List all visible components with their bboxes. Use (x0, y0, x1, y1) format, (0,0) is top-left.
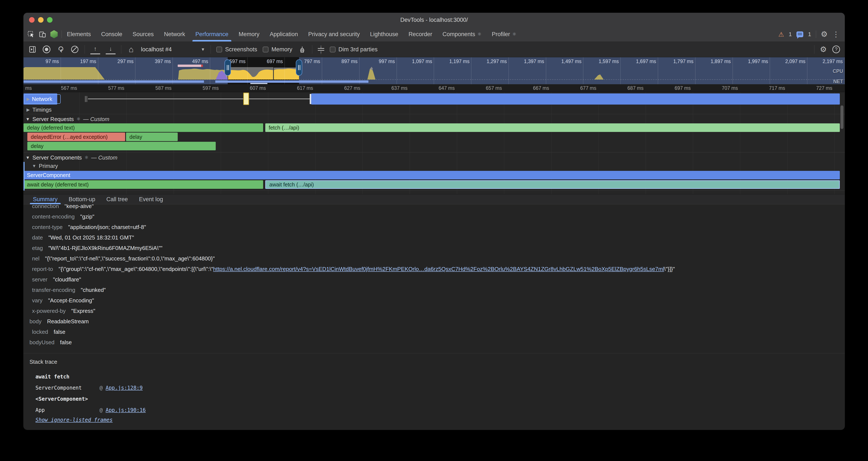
overview-time-label: 1,597 ms (583, 57, 621, 84)
settings-gear-icon[interactable]: ⚙ (821, 30, 828, 38)
record-button[interactable] (42, 45, 51, 54)
tab-profiler[interactable]: Profiler⚛ (487, 27, 522, 41)
console-messages-icon[interactable] (797, 31, 803, 37)
server-components-header[interactable]: ▼ Server Components ⚛ — Custom (24, 154, 845, 162)
perf-entry-label: delayedError (…ayed exception) (31, 134, 107, 140)
detail-row: transfer-encoding"chunked" (24, 285, 845, 295)
perf-entry-bar[interactable]: fetch (…/api) (265, 123, 840, 132)
tab-memory[interactable]: Memory (234, 27, 265, 41)
capture-settings-gear-icon[interactable]: ⚙ (820, 46, 827, 53)
help-icon[interactable]: ? (832, 46, 840, 53)
stack-frame-location-link[interactable]: App.js:190:16 (105, 407, 146, 413)
warning-icon[interactable]: ⚠ (778, 31, 784, 38)
track-bar-row: ServerComponent (24, 171, 845, 179)
tab-label: Lighthouse (370, 31, 398, 38)
record-and-reload-button[interactable]: ⟳ (56, 45, 65, 54)
tab-label: Profiler (492, 31, 510, 38)
chevron-down-icon[interactable]: ▼ (26, 155, 30, 160)
show-ignore-listed-frames-link[interactable]: Show ignore-listed frames (29, 417, 845, 423)
device-toolbar-icon[interactable] (39, 31, 46, 38)
chevron-right-icon[interactable]: ▶ (27, 96, 30, 102)
detail-value-text: "{\"group\":\"cf-nel\",\"max_age\":60480… (59, 266, 213, 272)
tab-recorder[interactable]: Recorder (403, 27, 437, 41)
report-to-url-link[interactable]: https://a.nel.cloudflare.com/report/v4?s… (213, 266, 664, 272)
tab-performance[interactable]: Performance (190, 27, 234, 41)
toggle-sidebar-icon[interactable] (28, 45, 37, 54)
chevron-down-icon: ▼ (201, 47, 205, 52)
network-request-bar[interactable] (311, 93, 840, 105)
primary-group-row[interactable]: ▼ Primary (24, 162, 845, 170)
timings-track-row[interactable]: ▶ Timings (24, 106, 845, 114)
detail-value: "chunked" (75, 287, 106, 293)
detail-row: report-to"{\"group\":\"cf-nel\",\"max_ag… (24, 264, 845, 274)
selection-handle-right[interactable] (296, 59, 302, 76)
tab-sources[interactable]: Sources (127, 27, 159, 41)
network-track-row[interactable]: ▶ Network (24, 93, 845, 106)
save-profile-icon[interactable]: ↓ (106, 45, 116, 54)
details-pane[interactable]: connection"keep-alive"content-encoding"g… (24, 204, 845, 430)
request-marker[interactable] (243, 93, 249, 105)
detail-key: bodyUsed (24, 339, 55, 346)
overview-time-label: 797 ms (285, 57, 322, 84)
perf-entry-bar[interactable]: await fetch (…/api) (265, 180, 840, 189)
perf-entry-bar[interactable]: ServerComponent (24, 171, 840, 179)
timeline-tracks[interactable]: ▶ Network ▶ Timings ▼ Server Requests ⚛ … (24, 92, 845, 194)
more-options-icon[interactable]: ⋮ (832, 30, 840, 38)
tab-network[interactable]: Network (159, 27, 190, 41)
collect-garbage-icon[interactable] (298, 45, 307, 54)
timeline-overview[interactable]: 97 ms197 ms297 ms397 ms497 ms597 ms697 m… (24, 57, 845, 84)
perf-entry-label: delay (deferred text) (27, 125, 75, 131)
tab-bar: ElementsConsoleSourcesNetworkPerformance… (24, 27, 845, 42)
chevron-down-icon[interactable]: ▼ (26, 117, 30, 122)
screenshots-label: Screenshots (225, 46, 257, 53)
server-requests-header[interactable]: ▼ Server Requests ⚛ — Custom (24, 115, 845, 123)
tab-application[interactable]: Application (265, 27, 303, 41)
detail-value: "gzip" (74, 213, 94, 220)
chevron-down-icon[interactable]: ▼ (32, 164, 36, 169)
shortcuts-collapse-icon[interactable]: ↓↑ (318, 45, 324, 54)
overview-time-label: 97 ms (24, 57, 61, 84)
stack-frame-function: await fetch (35, 374, 99, 380)
load-profile-icon[interactable]: ↑ (90, 45, 100, 54)
perf-entry-bar[interactable]: delay (27, 142, 216, 150)
dim-3rd-parties-checkbox[interactable]: Dim 3rd parties (330, 46, 378, 53)
target-select[interactable]: localhost #4 ▼ (141, 46, 205, 53)
memory-checkbox[interactable]: Memory (263, 46, 292, 53)
detail-key: report-to (24, 266, 53, 272)
perf-entry-bar[interactable]: await delay (deferred text) (24, 180, 263, 189)
stack-frame-location-link[interactable]: App.js:128:9 (105, 385, 143, 391)
details-tab-call-tree[interactable]: Call tree (101, 194, 133, 204)
tab-console[interactable]: Console (96, 27, 127, 41)
tracks-scrollbar[interactable] (840, 106, 843, 129)
overview-time-label: 197 ms (61, 57, 98, 84)
clear-button[interactable] (70, 45, 79, 54)
perf-entry-bar[interactable]: delay (126, 133, 178, 141)
details-tab-summary[interactable]: Summary (27, 194, 63, 204)
details-tab-event-log[interactable]: Event log (133, 194, 169, 204)
chevron-right-icon[interactable]: ▶ (27, 107, 30, 112)
detail-value: "W/\"4b1-RjEJloX9kRinu6F0MAZMmy6E5iA\"" (43, 245, 162, 252)
stack-frame: await fetch (29, 371, 845, 382)
divider (121, 45, 121, 54)
detail-value: "keep-alive" (59, 204, 94, 209)
tab-components[interactable]: Components⚛ (437, 27, 487, 41)
track-divider (24, 152, 845, 152)
tab-privacy-and-security[interactable]: Privacy and security (303, 27, 365, 41)
perf-entry-label: await fetch (…/api) (269, 181, 314, 188)
live-metrics-home-icon[interactable]: ⌂ (127, 45, 135, 54)
screenshots-checkbox[interactable]: Screenshots (216, 46, 257, 53)
details-tab-bottom-up[interactable]: Bottom-up (63, 194, 101, 204)
perf-entry-bar[interactable]: delayedError (…ayed exception) (27, 133, 125, 141)
perf-entry-label: fetch (…/api) (269, 125, 299, 131)
selection-handle-left[interactable] (224, 59, 231, 76)
network-track-label[interactable]: ▶ Network (24, 94, 61, 104)
tab-label: Components (442, 31, 475, 38)
node-target-icon[interactable] (51, 30, 58, 38)
tab-elements[interactable]: Elements (62, 27, 96, 41)
perf-entry-bar[interactable]: delay (deferred text) (24, 123, 263, 132)
tab-lighthouse[interactable]: Lighthouse (365, 27, 403, 41)
track-drag-handle[interactable] (85, 96, 88, 102)
inspect-element-icon[interactable] (27, 31, 35, 38)
detail-value: false (48, 329, 65, 335)
ruler-tick-label: 727 ms (789, 85, 832, 91)
